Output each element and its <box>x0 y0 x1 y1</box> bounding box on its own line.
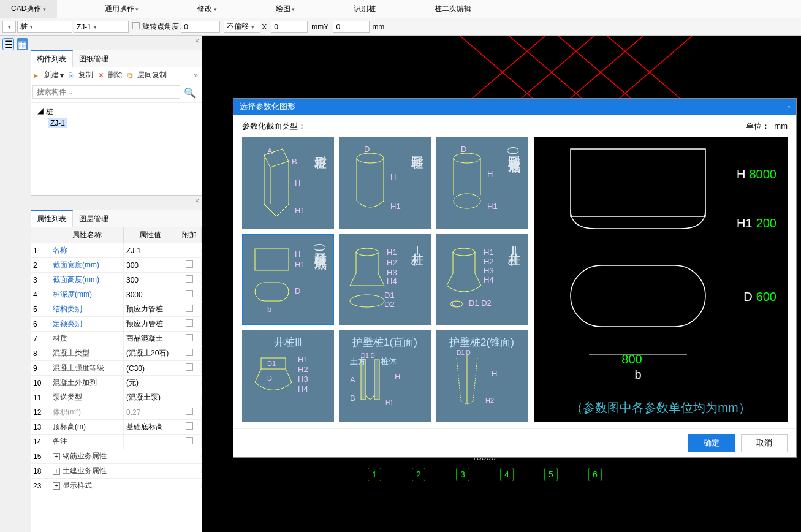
ok-button[interactable]: 确定 <box>688 434 735 452</box>
svg-rect-59 <box>374 360 379 400</box>
svg-text:H2: H2 <box>484 257 494 266</box>
rail-list-icon[interactable]: ☰ <box>2 38 14 50</box>
menu-draw[interactable]: 绘图 <box>265 0 306 18</box>
svg-text:H1: H1 <box>295 260 305 269</box>
svg-point-31 <box>356 248 378 256</box>
property-row[interactable]: 12体积(m³)0.27 <box>31 405 202 420</box>
svg-text:H1: H1 <box>484 248 494 257</box>
new-button[interactable]: ▸新建 ▾ <box>34 70 64 80</box>
svg-point-18 <box>454 153 480 163</box>
svg-rect-72 <box>571 265 705 327</box>
svg-text:H4: H4 <box>387 276 397 286</box>
shape-thumb[interactable]: DHH1圆形桩(球冠底) <box>436 137 528 229</box>
property-row[interactable]: 6定额类别预应力管桩 <box>31 317 202 332</box>
left-panel: × 构件列表 图纸管理 ▸新建 ▾ ⎘复制 ✕删除 ⧉层间复制 » 🔍 ◢ 桩 … <box>31 36 202 532</box>
rotate-input[interactable] <box>181 21 220 33</box>
svg-text:D1 D2: D1 D2 <box>469 298 492 308</box>
svg-text:H2: H2 <box>298 365 308 374</box>
property-header: 属性名称 属性值 附加 <box>31 227 202 243</box>
sub-toolbar: 桩 ZJ-1 旋转点角度: 不偏移 X= mmY= mm <box>0 18 801 36</box>
svg-text:D1 D: D1 D <box>361 352 375 359</box>
axis-label: 4 <box>500 468 514 481</box>
shape-thumb[interactable]: H1H2H3H4LD1 D2井桩Ⅱ <box>436 234 528 325</box>
property-row[interactable]: 11泵送类型(混凝土泵) <box>31 390 202 405</box>
shape-thumb[interactable]: HH1Db长圆柱桩(球冠底) <box>242 234 334 325</box>
menu-identify[interactable]: 识别桩 <box>343 0 387 18</box>
svg-point-41 <box>453 248 475 256</box>
menu-cad[interactable]: CAD操作 <box>0 0 57 18</box>
property-group[interactable]: 23+显示样式 <box>31 479 202 493</box>
shape-thumb[interactable]: D1DH1H2H3H4井桩Ⅲ <box>242 330 334 422</box>
property-row[interactable]: 14备注 <box>31 435 202 449</box>
property-row[interactable]: 10混凝土外加剂(无) <box>31 376 202 390</box>
copy-button[interactable]: ⎘复制 <box>69 70 93 80</box>
delete-button[interactable]: ✕删除 <box>98 70 123 80</box>
menu-general[interactable]: 通用操作 <box>94 0 150 18</box>
thumbnail-grid: ABHH1矩形桩DHH1圆形桩DHH1圆形桩(球冠底)HH1Db长圆柱桩(球冠底… <box>242 137 528 422</box>
property-row[interactable]: 9混凝土强度等级(C30) <box>31 361 202 376</box>
svg-text:H: H <box>295 178 300 188</box>
menu-edit2[interactable]: 桩二次编辑 <box>423 0 482 18</box>
property-row[interactable]: 2截面宽度(mm)300 <box>31 258 202 273</box>
property-row[interactable]: 3截面高度(mm)300 <box>31 273 202 287</box>
svg-text:D: D <box>461 145 466 154</box>
tab-component-list[interactable]: 构件列表 <box>31 50 73 67</box>
svg-text:D1 D: D1 D <box>457 349 471 356</box>
property-row[interactable]: 7材质商品混凝土 <box>31 332 202 346</box>
svg-text:H2: H2 <box>387 258 397 267</box>
dialog-titlebar[interactable]: 选择参数化图形 ▫ <box>233 99 796 115</box>
svg-text:H4: H4 <box>298 384 308 393</box>
property-row[interactable]: 5结构类别预应力管桩 <box>31 302 202 317</box>
dialog-max-icon[interactable]: ▫ <box>787 102 790 112</box>
svg-text:D: D <box>295 286 300 295</box>
shape-thumb[interactable]: 土方桩体D1 DABHH1护壁桩1(直面) <box>339 330 431 422</box>
shape-thumb[interactable]: D1 DHH2护壁桩2(锥面) <box>436 330 528 422</box>
tab-drawing-mgmt[interactable]: 图纸管理 <box>73 50 115 67</box>
shape-thumb[interactable]: DHH1圆形桩 <box>339 137 431 229</box>
left-rail: ☰ ▦ <box>0 36 31 72</box>
x-input[interactable] <box>271 21 308 33</box>
unit-value: mm <box>774 121 788 131</box>
property-row[interactable]: 4桩深度(mm)3000 <box>31 287 202 302</box>
dd-offset[interactable]: 不偏移 <box>224 21 260 33</box>
svg-text:H1: H1 <box>385 400 393 406</box>
menu-modify[interactable]: 修改 <box>186 0 228 18</box>
shape-thumb[interactable]: ABHH1矩形桩 <box>242 137 334 229</box>
dd-code[interactable]: ZJ-1 <box>74 21 129 33</box>
layer-copy-button[interactable]: ⧉层间复制 <box>127 70 167 80</box>
panel-close-icon[interactable]: × <box>195 37 199 45</box>
search-input[interactable] <box>32 85 180 99</box>
property-group[interactable]: 15+钢筋业务属性 <box>31 449 202 464</box>
svg-text:D1: D1 <box>384 291 395 300</box>
dd-blank[interactable] <box>2 21 16 33</box>
y-input[interactable] <box>333 21 370 33</box>
search-icon[interactable]: 🔍 <box>180 85 200 101</box>
tree-item-zj1[interactable]: ZJ-1 <box>48 118 67 128</box>
axis-label: 6 <box>588 468 602 481</box>
property-row[interactable]: 8混凝土类型(混凝土20石) <box>31 346 202 361</box>
svg-text:B: B <box>292 157 297 166</box>
rotate-chk[interactable] <box>132 22 140 31</box>
svg-text:L: L <box>452 300 455 307</box>
component-toolbar: ▸新建 ▾ ⎘复制 ✕删除 ⧉层间复制 » <box>31 67 202 83</box>
tab-layer-mgmt[interactable]: 图层管理 <box>73 210 115 227</box>
toolbar-more-icon[interactable]: » <box>194 71 198 80</box>
svg-text:H: H <box>492 369 497 378</box>
tree-root[interactable]: ◢ 桩 <box>37 107 196 117</box>
svg-text:B: B <box>350 393 355 403</box>
shape-thumb[interactable]: H1H2H3H4D1D2井桩Ⅰ <box>339 234 431 325</box>
rail-layout-icon[interactable]: ▦ <box>17 38 28 50</box>
property-row[interactable]: 1名称ZJ-1 <box>31 243 202 258</box>
prop-close-icon[interactable]: × <box>195 197 199 205</box>
svg-text:H: H <box>487 169 493 178</box>
svg-text:D1: D1 <box>267 360 276 367</box>
property-row[interactable]: 13顶标高(m)基础底标高 <box>31 420 202 435</box>
dd-type[interactable]: 桩 <box>17 21 72 33</box>
cancel-button[interactable]: 取消 <box>741 434 788 452</box>
component-tabs: 构件列表 图纸管理 <box>31 50 202 67</box>
axis-label: 2 <box>412 468 425 481</box>
tab-property-list[interactable]: 属性列表 <box>31 210 73 227</box>
property-group[interactable]: 18+土建业务属性 <box>31 464 202 479</box>
unit-label-dlg: 单位： <box>746 121 770 131</box>
param-shape-dialog: 选择参数化图形 ▫ 参数化截面类型： 单位： mm ABHH1矩形桩DHH1圆形… <box>233 98 797 458</box>
